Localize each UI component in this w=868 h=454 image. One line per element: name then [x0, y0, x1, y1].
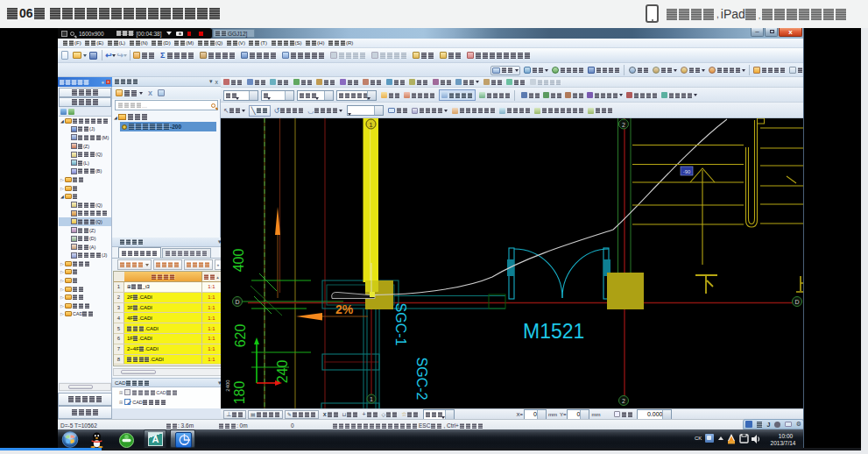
svg-text:400: 400	[231, 249, 246, 273]
svg-text:1: 1	[370, 396, 373, 402]
svg-text:2: 2	[622, 122, 625, 128]
svg-text:-90: -90	[683, 169, 691, 174]
svg-text:M1521: M1521	[523, 320, 584, 343]
svg-text:SGC-1: SGC-1	[393, 303, 408, 346]
svg-text:1: 1	[369, 121, 373, 129]
svg-text:620: 620	[233, 324, 248, 348]
svg-text:180: 180	[232, 381, 247, 405]
svg-text:SGC-2: SGC-2	[414, 358, 429, 401]
svg-text:2%: 2%	[335, 302, 354, 316]
svg-text:2: 2	[622, 398, 625, 404]
svg-text:D: D	[794, 299, 799, 305]
svg-text:D: D	[235, 299, 239, 305]
svg-text:2400: 2400	[225, 380, 230, 392]
svg-text:240: 240	[275, 360, 290, 384]
